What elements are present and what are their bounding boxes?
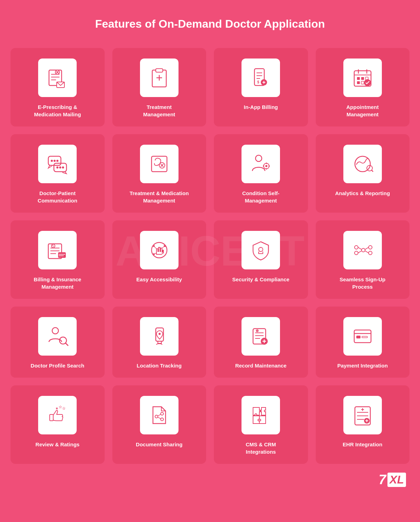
svg-rect-28 bbox=[361, 81, 364, 84]
svg-line-51 bbox=[371, 170, 373, 172]
card-billing-insurance: $ Billing & InsuranceManagement bbox=[10, 220, 105, 299]
label-appointment-management: AppointmentManagement bbox=[346, 103, 379, 118]
card-review-ratings: ★ ★ ★ Review & Ratings bbox=[10, 385, 105, 464]
label-doctor-patient-communication: Doctor-PatientCommunication bbox=[38, 190, 77, 204]
icon-box-treatment-medication-management bbox=[140, 145, 178, 183]
records-icon bbox=[250, 325, 272, 348]
medication-icon bbox=[148, 153, 170, 175]
card-analytics-reporting: Analytics & Reporting bbox=[316, 134, 410, 213]
integrations-icon bbox=[250, 404, 272, 426]
svg-text:★: ★ bbox=[62, 406, 65, 410]
label-cms-crm: CMS & CRMIntegrations bbox=[246, 441, 276, 455]
accessibility-icon bbox=[148, 239, 170, 261]
card-ehr-integration: EHR Integration bbox=[316, 385, 410, 464]
icon-box-review-ratings: ★ ★ ★ bbox=[38, 396, 77, 434]
icon-box-cms-crm bbox=[241, 396, 280, 434]
brand-number: 7 bbox=[379, 472, 386, 487]
label-billing-insurance: Billing & InsuranceManagement bbox=[34, 276, 81, 290]
label-in-app-billing: In-App Billing bbox=[244, 103, 278, 111]
card-treatment-medication-management: Treatment & MedicationManagement bbox=[112, 134, 206, 213]
label-document-sharing: Document Sharing bbox=[136, 441, 182, 448]
icon-box-payment-integration bbox=[343, 317, 382, 356]
svg-line-107 bbox=[158, 417, 161, 419]
svg-rect-27 bbox=[357, 81, 360, 84]
svg-line-77 bbox=[358, 251, 362, 253]
svg-point-35 bbox=[56, 166, 58, 169]
analytics-icon bbox=[351, 153, 374, 175]
icon-box-appointment-management bbox=[343, 59, 382, 97]
documents-icon bbox=[148, 404, 170, 426]
card-doctor-patient-communication: Doctor-PatientCommunication bbox=[10, 134, 105, 213]
svg-point-72 bbox=[355, 251, 358, 255]
clipboard-plus-icon bbox=[148, 67, 170, 89]
svg-point-37 bbox=[62, 166, 64, 169]
prescription-icon bbox=[46, 67, 69, 89]
svg-line-76 bbox=[358, 247, 362, 249]
icon-box-ehr-integration bbox=[343, 396, 382, 434]
card-seamless-signup: Seamless Sign-UpProcess bbox=[316, 220, 410, 299]
card-cms-crm: CMS & CRMIntegrations bbox=[214, 385, 308, 464]
card-condition-self-management: Condition Self-Management bbox=[214, 134, 308, 213]
shield-icon bbox=[250, 239, 272, 261]
icon-box-treatment-management bbox=[140, 59, 178, 97]
label-condition-self-management: Condition Self-Management bbox=[242, 190, 280, 204]
calendar-icon bbox=[351, 67, 374, 89]
svg-point-62 bbox=[152, 242, 167, 258]
icon-box-easy-accessibility bbox=[140, 231, 178, 269]
icon-box-analytics-reporting bbox=[343, 145, 382, 183]
card-treatment-management: TreatmentManagement bbox=[112, 48, 206, 126]
svg-text:★: ★ bbox=[59, 405, 62, 409]
label-review-ratings: Review & Ratings bbox=[35, 441, 79, 448]
svg-point-73 bbox=[362, 248, 365, 252]
svg-point-31 bbox=[51, 160, 53, 162]
icon-box-location-tracking bbox=[140, 317, 178, 356]
card-security-compliance: Security & Compliance bbox=[214, 220, 308, 299]
label-payment-integration: Payment Integration bbox=[337, 362, 388, 369]
ehr-icon bbox=[351, 404, 374, 426]
svg-point-42 bbox=[255, 155, 262, 162]
svg-rect-99 bbox=[50, 414, 53, 421]
billing-icon: $ bbox=[250, 67, 272, 89]
svg-point-103 bbox=[155, 415, 158, 418]
icon-box-condition-self-management bbox=[241, 145, 280, 183]
svg-rect-98 bbox=[362, 336, 368, 338]
svg-point-71 bbox=[355, 246, 358, 249]
label-easy-accessibility: Easy Accessibility bbox=[136, 276, 182, 283]
svg-line-66 bbox=[154, 246, 156, 249]
svg-line-67 bbox=[162, 246, 165, 248]
brand-footer: 7 XL bbox=[10, 472, 410, 487]
person-gear-icon bbox=[250, 153, 272, 175]
svg-rect-24 bbox=[357, 77, 360, 80]
label-security-compliance: Security & Compliance bbox=[232, 276, 289, 283]
svg-rect-59 bbox=[58, 252, 66, 258]
svg-rect-97 bbox=[356, 336, 360, 338]
card-record-maintenance: Record Maintenance bbox=[214, 307, 308, 378]
icon-box-record-maintenance bbox=[241, 317, 280, 356]
card-e-prescribing: E-Prescribing &Medication Mailing bbox=[10, 48, 105, 126]
card-in-app-billing: $ In-App Billing bbox=[214, 48, 308, 126]
label-treatment-medication-management: Treatment & MedicationManagement bbox=[130, 190, 189, 204]
label-doctor-profile-search: Doctor Profile Search bbox=[31, 362, 84, 369]
signup-icon bbox=[351, 239, 374, 261]
svg-point-65 bbox=[153, 253, 155, 255]
svg-point-33 bbox=[56, 160, 58, 162]
card-easy-accessibility: Easy Accessibility bbox=[112, 220, 206, 299]
chat-icon bbox=[46, 153, 69, 175]
card-location-tracking: Location Tracking bbox=[112, 307, 206, 378]
label-seamless-signup: Seamless Sign-UpProcess bbox=[340, 276, 385, 290]
icon-box-billing-insurance: $ bbox=[38, 231, 77, 269]
card-appointment-management: AppointmentManagement bbox=[316, 48, 410, 126]
label-e-prescribing: E-Prescribing &Medication Mailing bbox=[34, 103, 81, 118]
ratings-icon: ★ ★ ★ bbox=[46, 404, 69, 426]
icon-box-doctor-patient-communication bbox=[38, 145, 77, 183]
icon-box-e-prescribing bbox=[38, 59, 77, 97]
svg-line-79 bbox=[365, 251, 369, 253]
svg-point-75 bbox=[369, 251, 372, 255]
svg-point-74 bbox=[369, 246, 372, 249]
svg-text:$: $ bbox=[257, 80, 259, 84]
features-grid: E-Prescribing &Medication Mailing Treatm… bbox=[10, 48, 410, 464]
svg-point-44 bbox=[265, 165, 267, 167]
svg-point-36 bbox=[59, 166, 61, 169]
svg-rect-25 bbox=[361, 77, 364, 80]
card-document-sharing: Document Sharing bbox=[112, 385, 206, 464]
